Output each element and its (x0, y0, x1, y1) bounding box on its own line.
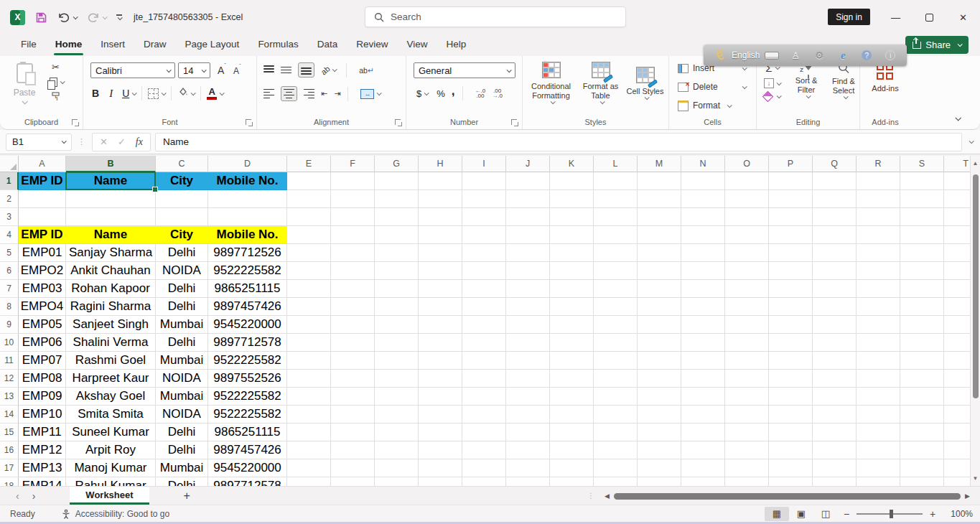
name-box[interactable]: B1 (6, 134, 72, 151)
cell-M12[interactable] (638, 370, 681, 388)
cell-B8[interactable]: Ragini Sharma (66, 298, 156, 316)
column-header-m[interactable]: M (638, 156, 681, 172)
column-header-a[interactable]: A (19, 156, 66, 172)
cell-O10[interactable] (725, 334, 769, 352)
cell-I8[interactable] (462, 298, 506, 316)
cell-M5[interactable] (638, 244, 681, 262)
cell-N2[interactable] (681, 190, 725, 208)
cell-K3[interactable] (550, 208, 594, 226)
cancel-entry-icon[interactable]: ✕ (100, 136, 108, 147)
cell-H18[interactable] (419, 477, 462, 486)
cell-O11[interactable] (725, 352, 769, 370)
cell-Q18[interactable] (813, 477, 857, 486)
cell-C6[interactable]: NOIDA (156, 262, 208, 280)
cell-E18[interactable] (287, 477, 331, 486)
cell-T17[interactable] (944, 459, 970, 477)
cell-O13[interactable] (725, 388, 769, 406)
cell-O12[interactable] (725, 370, 769, 388)
cell-D11[interactable]: 9522225582 (208, 352, 287, 370)
column-header-p[interactable]: P (769, 156, 813, 172)
cell-N11[interactable] (681, 352, 725, 370)
cell-H1[interactable] (419, 172, 462, 190)
horizontal-scrollbar[interactable]: ◀ ▶ (605, 490, 970, 502)
cell-P11[interactable] (769, 352, 813, 370)
column-header-b[interactable]: B (66, 156, 156, 172)
cell-G13[interactable] (375, 388, 419, 406)
cell-L8[interactable] (594, 298, 638, 316)
zoom-out-button[interactable]: − (838, 508, 855, 520)
cell-H14[interactable] (419, 406, 462, 424)
cell-G10[interactable] (375, 334, 419, 352)
scroll-down-arrow[interactable]: ▼ (971, 475, 980, 482)
cell-S5[interactable] (900, 244, 944, 262)
cell-F5[interactable] (331, 244, 375, 262)
row-header-1[interactable]: 1 (0, 172, 19, 190)
font-dialog-launcher[interactable] (246, 119, 252, 126)
cell-O6[interactable] (725, 262, 769, 280)
cell-L16[interactable] (594, 441, 638, 459)
cell-H12[interactable] (419, 370, 462, 388)
cell-S8[interactable] (900, 298, 944, 316)
cell-S14[interactable] (900, 406, 944, 424)
previous-sheet-arrow[interactable]: ‹ (16, 490, 19, 502)
column-header-j[interactable]: J (506, 156, 550, 172)
cell-F16[interactable] (331, 441, 375, 459)
decrease-font-size-button[interactable]: Aˇ (233, 65, 241, 76)
zoom-slider[interactable] (857, 513, 923, 515)
cell-F1[interactable] (331, 172, 375, 190)
cell-M11[interactable] (638, 352, 681, 370)
cell-L10[interactable] (594, 334, 638, 352)
cell-P10[interactable] (769, 334, 813, 352)
cell-D7[interactable]: 9865251115 (208, 280, 287, 298)
cell-N1[interactable] (681, 172, 725, 190)
menu-tab-home[interactable]: Home (46, 34, 92, 56)
cell-M9[interactable] (638, 316, 681, 334)
cell-R8[interactable] (857, 298, 900, 316)
cell-F14[interactable] (331, 406, 375, 424)
borders-button[interactable] (148, 88, 159, 99)
row-header-18[interactable]: 18 (0, 477, 19, 486)
cell-Q2[interactable] (813, 190, 857, 208)
cell-Q11[interactable] (813, 352, 857, 370)
cell-O18[interactable] (725, 477, 769, 486)
column-header-t[interactable]: T (944, 156, 970, 172)
cell-F9[interactable] (331, 316, 375, 334)
cell-L18[interactable] (594, 477, 638, 486)
cell-E14[interactable] (287, 406, 331, 424)
row-header-15[interactable]: 15 (0, 424, 19, 441)
restore-button[interactable] (913, 0, 946, 34)
cell-K11[interactable] (550, 352, 594, 370)
cell-P3[interactable] (769, 208, 813, 226)
cell-J16[interactable] (506, 441, 550, 459)
cell-E3[interactable] (287, 208, 331, 226)
column-header-h[interactable]: H (419, 156, 462, 172)
cell-P4[interactable] (769, 226, 813, 244)
cell-J1[interactable] (506, 172, 550, 190)
cell-O9[interactable] (725, 316, 769, 334)
cell-K18[interactable] (550, 477, 594, 486)
column-header-l[interactable]: L (594, 156, 638, 172)
cell-K4[interactable] (550, 226, 594, 244)
info-icon[interactable]: i (879, 50, 902, 60)
cell-A6[interactable]: EMPO2 (19, 262, 66, 280)
cell-E7[interactable] (287, 280, 331, 298)
cell-G4[interactable] (375, 226, 419, 244)
cell-R4[interactable] (857, 226, 900, 244)
tab-scroll-divider[interactable]: ⋮ (587, 492, 594, 500)
cell-C14[interactable]: NOIDA (156, 406, 208, 424)
number-dialog-launcher[interactable] (511, 119, 518, 126)
comma-style-button[interactable]: , (452, 88, 455, 95)
cell-I1[interactable] (462, 172, 506, 190)
cell-M4[interactable] (638, 226, 681, 244)
cell-M6[interactable] (638, 262, 681, 280)
cell-D9[interactable]: 9545220000 (208, 316, 287, 334)
menu-tab-page-layout[interactable]: Page Layout (176, 34, 249, 56)
search-input[interactable]: Search (365, 6, 626, 27)
cell-D17[interactable]: 9545220000 (208, 459, 287, 477)
page-break-preview-button[interactable]: ◫ (813, 507, 838, 521)
row-header-12[interactable]: 12 (0, 370, 19, 388)
sort-filter-button[interactable]: AZ Sort & Filter (788, 62, 824, 99)
cell-G12[interactable] (375, 370, 419, 388)
cell-Q3[interactable] (813, 208, 857, 226)
format-painter-button[interactable] (47, 92, 64, 102)
